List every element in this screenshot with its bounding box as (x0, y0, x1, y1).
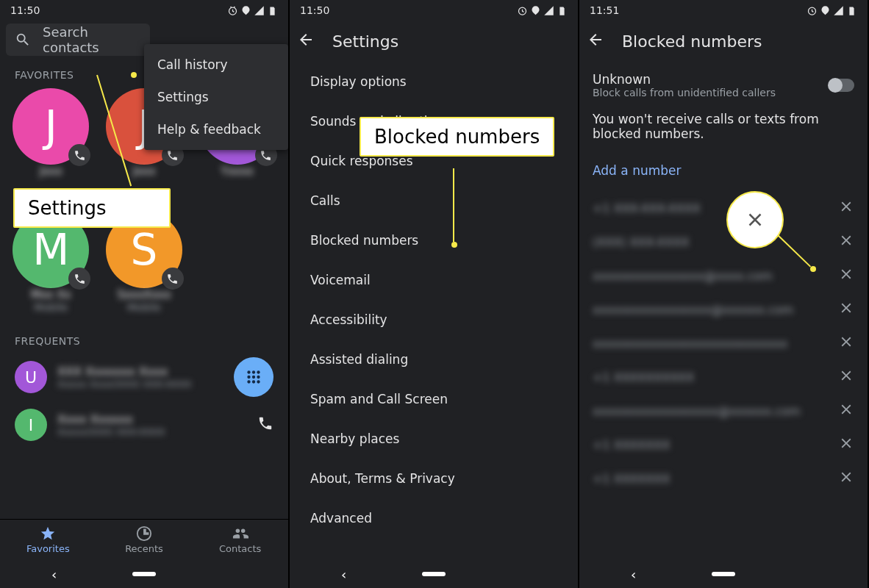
svg-point-2 (252, 370, 255, 373)
info-text: You won't receive calls or texts from bl… (579, 109, 868, 150)
frequents-label: FREQUENTS (0, 332, 288, 351)
system-nav: ‹ (0, 560, 288, 588)
back-nav-icon[interactable]: ‹ (51, 567, 57, 582)
unknown-switch[interactable] (829, 79, 854, 92)
blocked-number: +1 XXXXXXX (593, 472, 831, 486)
contact-name: Jxxx (40, 165, 62, 178)
frequent-contact[interactable]: IXxxx XxxxxxXxxxx(XXX) XXX-XXXX (0, 403, 288, 447)
phone-icon (68, 268, 90, 290)
settings-item[interactable]: Nearby places (290, 419, 578, 459)
contact-sublabel: Mobile (127, 301, 161, 313)
settings-item[interactable]: Calls (290, 181, 578, 220)
settings-item[interactable]: Accessibility (290, 300, 578, 340)
tab-contacts[interactable]: Contacts (192, 526, 288, 554)
svg-point-8 (252, 380, 255, 383)
phone-icon (162, 268, 184, 290)
phone-screen-3: 11:51 Blocked numbers Unknown Block call… (579, 0, 869, 588)
search-bar[interactable]: Search contacts (6, 24, 150, 56)
contact-name: Mxx Xx (31, 288, 71, 301)
page-title: Blocked numbers (622, 32, 762, 51)
remove-icon[interactable] (838, 232, 854, 251)
dialpad-fab[interactable] (234, 357, 273, 397)
blocked-numbers-body: Unknown Block calls from unidentified ca… (579, 62, 868, 560)
annotation-blocked-numbers-callout: Blocked numbers (360, 117, 554, 157)
avatar: I (15, 409, 47, 441)
remove-icon[interactable] (838, 300, 854, 319)
status-time: 11:50 (10, 4, 40, 16)
favorite-contact[interactable]: MMxx XxMobile (6, 212, 96, 329)
contact-sublabel: Mobile (34, 301, 68, 313)
menu-item-help-feedback[interactable]: Help & feedback (144, 113, 288, 146)
remove-icon[interactable] (838, 435, 854, 454)
status-bar: 11:50 (0, 0, 288, 21)
svg-point-6 (257, 376, 260, 379)
svg-point-4 (247, 376, 250, 379)
status-icons (807, 5, 857, 16)
app-bar: Blocked numbers (579, 21, 868, 62)
remove-icon[interactable] (838, 368, 854, 387)
settings-item[interactable]: About, Terms & Privacy (290, 459, 578, 498)
menu-item-settings[interactable]: Settings (144, 81, 288, 113)
status-icons (517, 5, 568, 16)
app-bar: Settings (290, 21, 578, 62)
phone-icon[interactable] (257, 415, 273, 434)
blocked-number: +1 XXXXXXX (593, 438, 831, 452)
settings-item[interactable]: Blocked numbers (290, 220, 578, 260)
svg-point-3 (257, 370, 260, 373)
back-icon[interactable] (297, 31, 315, 51)
remove-icon[interactable] (838, 334, 854, 353)
unknown-toggle-row[interactable]: Unknown Block calls from unidentified ca… (579, 62, 868, 109)
blocked-number-row: (XXX) XXX-XXXX (579, 225, 868, 259)
settings-item[interactable]: Display options (290, 62, 578, 101)
phone-icon (68, 144, 90, 166)
home-nav-icon[interactable] (132, 572, 156, 576)
blocked-list: +1 XXX-XXX-XXXX(XXX) XXX-XXXXxxxxxxxxxxx… (579, 191, 868, 495)
svg-point-9 (257, 380, 260, 383)
contact-name: Jxxx (132, 165, 155, 178)
blocked-number-row: +1 XXX-XXX-XXXX (579, 191, 868, 225)
annotation-settings-callout: Settings (13, 188, 171, 228)
status-icons (227, 5, 278, 16)
contact-name: SxxxXxxx (117, 288, 171, 301)
status-bar: 11:50 (290, 0, 578, 21)
back-nav-icon[interactable]: ‹ (631, 567, 636, 582)
page-title: Settings (332, 32, 398, 51)
back-icon[interactable] (587, 31, 604, 51)
avatar: U (15, 361, 47, 393)
blocked-number: xxxxxxxxxxxxxxxxx@xxxxxx.com (593, 303, 831, 317)
remove-icon[interactable] (838, 401, 854, 420)
contact-name: Yxxxx (221, 165, 254, 178)
blocked-number: xxxxxxxxxxxxxxxx@xxxx.com (593, 269, 831, 283)
blocked-number-row: +1 XXXXXXX (579, 428, 868, 462)
phone-screen-1: 11:50 Search contacts Call history Setti… (0, 0, 290, 588)
search-placeholder: Search contacts (43, 24, 141, 55)
tab-recents[interactable]: Recents (96, 526, 193, 554)
settings-item[interactable]: Assisted dialing (290, 340, 578, 379)
settings-item[interactable]: Spam and Call Screen (290, 379, 578, 419)
remove-icon[interactable] (838, 198, 854, 218)
unknown-subtitle: Block calls from unidentified callers (593, 87, 822, 98)
home-nav-icon[interactable] (712, 572, 735, 576)
back-nav-icon[interactable]: ‹ (341, 567, 346, 582)
frequent-contact[interactable]: UXXX Xxxxxxx XxxxXxxxx Xxxx(XXX) XXX-XXX… (0, 351, 288, 403)
blocked-number: +1 XXXXXXXXXX (593, 370, 831, 384)
menu-item-call-history[interactable]: Call history (144, 49, 288, 81)
favorite-contact[interactable]: SSxxxXxxxMobile (99, 212, 190, 329)
blocked-number: xxxxxxxxxxxxxxxxxxxxxxxxxxxx (593, 337, 831, 351)
phone-screen-2: 11:50 Settings Display optionsSounds and… (290, 0, 579, 588)
search-icon (15, 32, 31, 48)
tab-favorites[interactable]: Favorites (0, 526, 96, 554)
remove-icon[interactable] (838, 469, 854, 488)
remove-icon[interactable] (838, 266, 854, 285)
annotation-remove-callout (726, 191, 784, 248)
home-nav-icon[interactable] (422, 572, 446, 576)
blocked-number: (XXX) XXX-XXXX (593, 235, 831, 249)
svg-point-7 (247, 380, 250, 383)
settings-item[interactable]: Voicemail (290, 260, 578, 300)
system-nav: ‹ (579, 560, 868, 588)
svg-point-1 (247, 370, 250, 373)
settings-list: Display optionsSounds and vibrationQuick… (290, 62, 578, 560)
blocked-number: +1 XXX-XXX-XXXX (593, 201, 831, 215)
settings-item[interactable]: Advanced (290, 498, 578, 538)
add-number-button[interactable]: Add a number (579, 150, 868, 191)
